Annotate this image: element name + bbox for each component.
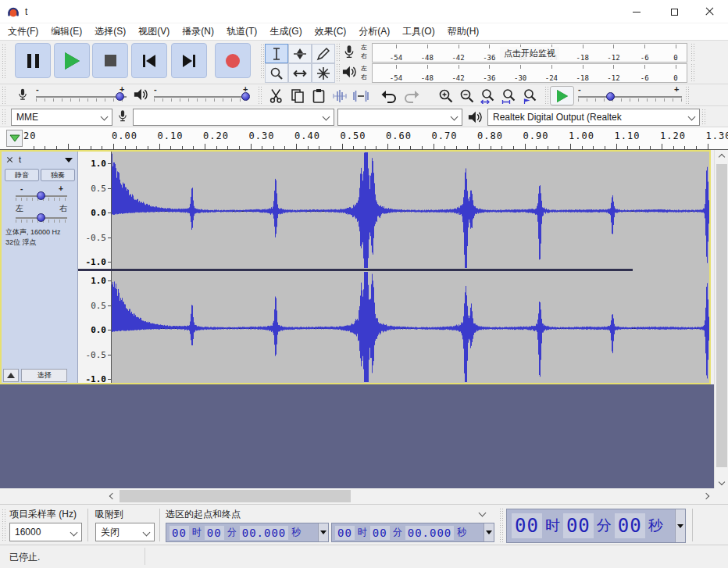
- mixer-toolbar-gripper[interactable]: [2, 86, 5, 104]
- track-area-background[interactable]: [0, 384, 714, 488]
- audio-position-display[interactable]: 00 时 00 分 00 秒: [506, 509, 686, 543]
- play-meter-speaker-icon[interactable]: [341, 65, 357, 79]
- start-minutes[interactable]: 00: [205, 526, 224, 540]
- copy-button[interactable]: [287, 86, 308, 105]
- device-toolbar-gripper[interactable]: [2, 109, 5, 124]
- time-shift-tool-button[interactable]: [288, 63, 312, 83]
- selection-range-chevron-icon[interactable]: [479, 509, 487, 517]
- pause-button[interactable]: [15, 43, 51, 78]
- paste-button[interactable]: [309, 86, 329, 105]
- horizontal-scrollbar[interactable]: [0, 488, 728, 504]
- track-select-button[interactable]: 选择: [21, 369, 67, 382]
- collapse-track-button[interactable]: [3, 369, 19, 382]
- track-menu-arrow-icon[interactable]: [65, 158, 73, 163]
- scroll-right-button[interactable]: [699, 489, 712, 503]
- stop-button[interactable]: [92, 43, 128, 78]
- selection-tool-button[interactable]: [265, 44, 288, 63]
- scroll-left-button[interactable]: [105, 489, 119, 503]
- minimize-button[interactable]: [619, 0, 655, 23]
- menu-item-tracks[interactable]: 轨道(T): [220, 23, 263, 41]
- selection-toolbar-gripper[interactable]: [2, 509, 5, 541]
- menu-item-transport[interactable]: 播录(N): [176, 23, 220, 41]
- timeline-ruler[interactable]: 20 0.000.100.200.300.400.500.600.700.800…: [0, 127, 728, 150]
- menu-item-effect[interactable]: 效果(C): [309, 23, 353, 41]
- trim-audio-button[interactable]: [330, 86, 350, 105]
- cut-button[interactable]: [266, 86, 287, 105]
- device-toolbar-end-gripper[interactable]: [701, 109, 705, 124]
- menu-item-help[interactable]: 帮助(H): [441, 23, 486, 41]
- vertical-scrollbar[interactable]: [714, 150, 728, 488]
- end-hours[interactable]: 00: [335, 526, 355, 540]
- track-close-button[interactable]: [4, 154, 16, 166]
- envelope-tool-button[interactable]: [288, 44, 312, 63]
- project-rate-combo[interactable]: 16000: [9, 523, 82, 541]
- record-volume-thumb[interactable]: [116, 92, 124, 101]
- playback-device-combo[interactable]: Realtek Digital Output (Realtek: [487, 109, 700, 126]
- end-seconds[interactable]: 00.000: [405, 526, 455, 540]
- position-hours[interactable]: 00: [512, 513, 542, 538]
- menu-item-select[interactable]: 选择(S): [88, 23, 132, 41]
- monitor-hint-text[interactable]: 点击开始监视: [500, 47, 559, 60]
- record-button[interactable]: [215, 43, 251, 78]
- recording-device-combo[interactable]: [133, 109, 334, 126]
- record-volume-slider[interactable]: [36, 94, 127, 102]
- time-format-dropdown[interactable]: [675, 509, 685, 542]
- position-seconds[interactable]: 00: [615, 513, 645, 538]
- menu-item-edit[interactable]: 编辑(E): [45, 23, 88, 41]
- recording-meter[interactable]: -54-48-42-36-30-24-18-12-60点击开始监视: [372, 43, 687, 63]
- selection-range-label[interactable]: 选区的起点和终点: [166, 508, 241, 521]
- silence-audio-button[interactable]: [351, 86, 371, 105]
- maximize-button[interactable]: [656, 0, 692, 23]
- menu-item-file[interactable]: 文件(F): [2, 23, 45, 41]
- redo-button[interactable]: [401, 86, 421, 105]
- track-name[interactable]: t: [19, 155, 21, 164]
- multi-tool-button[interactable]: [312, 63, 335, 83]
- zoom-selection-button[interactable]: [478, 86, 498, 105]
- selection-end-field[interactable]: 00 时 00 分 00.000 秒: [331, 523, 494, 542]
- position-minutes[interactable]: 00: [563, 513, 594, 538]
- meter-end-gripper[interactable]: [691, 63, 694, 82]
- solo-button[interactable]: 独奏: [41, 169, 75, 181]
- play-speed-gripper[interactable]: [544, 86, 548, 104]
- waveform-channel-1[interactable]: [112, 152, 709, 269]
- play-button[interactable]: [54, 43, 90, 78]
- timeline-options-button[interactable]: [6, 130, 23, 147]
- transport-toolbar-gripper[interactable]: [2, 44, 5, 80]
- amplitude-ruler[interactable]: 1.00.50.0-0.5-1.01.00.50.0-0.5-1.0: [78, 152, 112, 383]
- record-meter-gripper[interactable]: [336, 43, 340, 62]
- fit-project-button[interactable]: [499, 86, 519, 105]
- time-format-dropdown[interactable]: [484, 523, 494, 541]
- scroll-up-button[interactable]: [715, 150, 728, 163]
- selection-start-field[interactable]: 00 时 00 分 00.000 秒: [166, 523, 329, 542]
- menu-item-generate[interactable]: 生成(G): [263, 23, 308, 41]
- edit-toolbar-gripper[interactable]: [258, 86, 262, 104]
- end-minutes[interactable]: 00: [370, 526, 390, 540]
- audio-host-combo[interactable]: MME: [11, 109, 112, 126]
- zoom-toggle-button[interactable]: [520, 86, 541, 105]
- play-volume-slider[interactable]: [154, 94, 248, 102]
- recording-channels-combo[interactable]: [337, 109, 462, 126]
- play-speed-thumb[interactable]: [606, 92, 615, 101]
- horizontal-scroll-thumb[interactable]: [120, 490, 351, 502]
- zoom-out-button[interactable]: [457, 86, 477, 105]
- menu-item-tools[interactable]: 工具(O): [396, 23, 441, 41]
- draw-tool-button[interactable]: [312, 44, 335, 63]
- snap-to-combo[interactable]: 关闭: [95, 523, 155, 541]
- track-control-panel[interactable]: t 静音 独奏 - + 左 右 立体声, 16000 Hz 32位 浮点 选择: [2, 152, 78, 383]
- pan-thumb[interactable]: [37, 213, 45, 222]
- menu-item-view[interactable]: 视图(V): [132, 23, 176, 41]
- time-format-dropdown[interactable]: [318, 523, 328, 541]
- gain-thumb[interactable]: [37, 191, 45, 200]
- play-volume-thumb[interactable]: [241, 92, 250, 101]
- mute-button[interactable]: 静音: [5, 169, 39, 181]
- scroll-down-button[interactable]: [715, 475, 728, 488]
- zoom-in-button[interactable]: [436, 86, 456, 105]
- waveform-channel-2[interactable]: [112, 271, 709, 383]
- playback-meter[interactable]: -54-48-42-36-30-24-18-12-60: [372, 63, 687, 83]
- tools-toolbar-gripper[interactable]: [260, 44, 264, 80]
- play-meter-gripper[interactable]: [336, 63, 340, 82]
- skip-to-start-button[interactable]: [131, 43, 167, 78]
- start-hours[interactable]: 00: [170, 526, 189, 540]
- undo-button[interactable]: [380, 86, 400, 105]
- play-at-speed-button[interactable]: [550, 86, 574, 105]
